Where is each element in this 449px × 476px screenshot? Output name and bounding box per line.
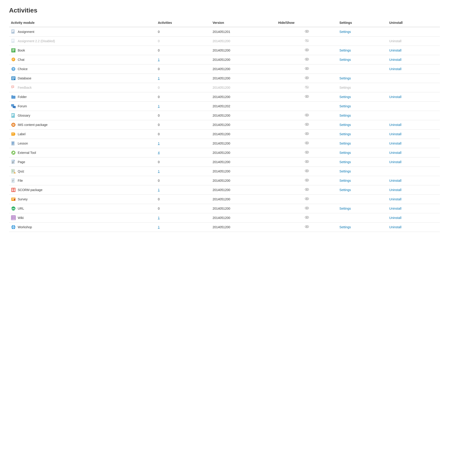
uninstall-link-survey[interactable]: Uninstall [389,197,402,201]
eye-icon[interactable] [305,169,309,173]
hideshow-database[interactable] [276,74,338,83]
eye-icon[interactable] [305,30,309,34]
module-name-externaltool: External Tool [18,151,36,154]
table-row: Lesson12014051200SettingsUninstall [9,139,440,148]
hideshow-choice[interactable] [276,64,338,74]
uninstall-cell-folder: Uninstall [387,92,440,102]
settings-link-page[interactable]: Settings [339,160,351,164]
eye-icon[interactable] [305,95,309,99]
hideshow-folder[interactable] [276,92,338,102]
activities-count-assignment22: 0 [156,37,211,46]
svg-point-24 [306,59,308,60]
eye-icon[interactable] [305,132,309,136]
hideshow-url[interactable] [276,204,338,213]
uninstall-link-choice[interactable]: Uninstall [389,67,402,71]
eye-icon[interactable] [305,206,309,210]
hideshow-feedback[interactable] [276,83,338,92]
settings-link-forum[interactable]: Settings [339,104,351,108]
svg-point-28 [306,68,308,69]
settings-cell-glossary: Settings [338,111,387,120]
module-name-glossary: Glossary [18,114,30,117]
uninstall-link-book[interactable]: Uninstall [389,49,402,52]
settings-link-assignment[interactable]: Settings [339,30,351,34]
module-name-assignment22: Assignment 2.2 (Disabled) [18,39,55,43]
folder-icon [11,94,16,99]
database-icon [11,76,16,81]
hideshow-quiz[interactable] [276,167,338,176]
svg-rect-92 [12,188,13,190]
settings-link-folder[interactable]: Settings [339,95,351,99]
settings-link-book[interactable]: Settings [339,49,351,52]
eye-icon[interactable] [305,188,309,192]
settings-link-file[interactable]: Settings [339,179,351,182]
svg-text:?: ? [12,67,14,71]
uninstall-link-label[interactable]: Uninstall [389,132,402,136]
hideshow-page[interactable] [276,158,338,167]
hideshow-assignment[interactable] [276,27,338,37]
hideshow-label[interactable] [276,130,338,139]
settings-link-url[interactable]: Settings [339,207,351,210]
settings-link-label[interactable]: Settings [339,132,351,136]
settings-link-workshop[interactable]: Settings [339,225,351,229]
hideshow-file[interactable] [276,176,338,185]
uninstall-cell-book: Uninstall [387,46,440,55]
uninstall-link-page[interactable]: Uninstall [389,160,402,164]
uninstall-link-chat[interactable]: Uninstall [389,58,402,62]
eye-icon[interactable] [305,151,309,154]
hideshow-wiki[interactable] [276,213,338,223]
hideshow-scorm[interactable] [276,185,338,195]
version-label: 2014051200 [211,130,276,139]
settings-link-database[interactable]: Settings [339,76,351,80]
eye-icon[interactable] [305,67,309,71]
version-assignment22: 2014051200 [211,37,276,46]
table-row: Page02014051200SettingsUninstall [9,158,440,167]
uninstall-link-folder[interactable]: Uninstall [389,95,402,99]
eye-icon[interactable] [305,39,309,43]
eye-icon[interactable] [305,48,309,52]
settings-link-quiz[interactable]: Settings [339,170,351,173]
settings-link-feedback[interactable]: Settings [339,86,351,89]
settings-link-externaltool[interactable]: Settings [339,151,351,154]
eye-icon[interactable] [305,160,309,164]
hideshow-externaltool[interactable] [276,148,338,158]
eye-icon[interactable] [305,85,309,89]
eye-icon[interactable] [305,76,309,80]
settings-link-scorm[interactable]: Settings [339,188,351,192]
eye-icon[interactable] [305,216,309,220]
uninstall-link-lesson[interactable]: Uninstall [389,142,402,145]
uninstall-link-workshop[interactable]: Uninstall [389,225,402,229]
eye-icon[interactable] [305,141,309,145]
settings-link-lesson[interactable]: Settings [339,142,351,145]
eye-icon[interactable] [305,225,309,229]
hideshow-workshop[interactable] [276,223,338,232]
hideshow-lesson[interactable] [276,139,338,148]
hideshow-book[interactable] [276,46,338,55]
eye-icon[interactable] [305,197,309,201]
uninstall-link-externaltool[interactable]: Uninstall [389,151,402,154]
eye-icon[interactable] [305,58,309,62]
eye-icon[interactable] [305,123,309,127]
eye-icon[interactable] [305,179,309,182]
module-name-forum: Forum [18,104,27,108]
uninstall-link-scorm[interactable]: Uninstall [389,188,402,192]
uninstall-link-wiki[interactable]: Uninstall [389,216,402,220]
uninstall-link-assignment22[interactable]: Uninstall [389,39,402,43]
hideshow-ims[interactable] [276,120,338,130]
hideshow-chat[interactable] [276,55,338,64]
hideshow-glossary[interactable] [276,111,338,120]
activities-count-chat: 1 [156,55,211,64]
hideshow-survey[interactable] [276,195,338,204]
uninstall-link-ims[interactable]: Uninstall [389,123,402,127]
uninstall-link-url[interactable]: Uninstall [389,207,402,210]
settings-link-ims[interactable]: Settings [339,123,351,127]
activities-count-folder: 0 [156,92,211,102]
settings-link-chat[interactable]: Settings [339,58,351,62]
module-cell-glossary: Glossary [9,111,156,120]
eye-icon[interactable] [305,113,309,117]
svg-marker-46 [15,108,15,109]
hideshow-assignment22[interactable] [276,37,338,46]
activities-table: Activity module Activities Version Hide/… [9,19,440,232]
settings-link-glossary[interactable]: Settings [339,114,351,117]
svg-rect-64 [12,144,13,144]
uninstall-link-file[interactable]: Uninstall [389,179,402,182]
